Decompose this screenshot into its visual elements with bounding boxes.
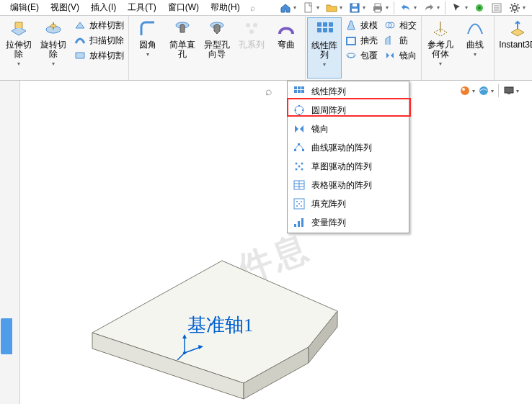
settings-gear-icon[interactable] (506, 1, 528, 15)
svg-point-42 (183, 351, 186, 354)
svg-rect-72 (294, 224, 296, 227)
mirror-button[interactable]: 镜向 (382, 48, 418, 63)
flex-button[interactable]: 弯曲 (269, 17, 303, 78)
menu-help[interactable]: 帮助(H) (205, 0, 246, 15)
dropdown-linear-pattern[interactable]: 线性阵列 (288, 82, 408, 101)
rib-button[interactable]: 筋 (382, 33, 418, 48)
menu-view[interactable]: 视图(V) (45, 0, 85, 15)
svg-rect-74 (301, 218, 303, 227)
dropdown-sketch-driven-pattern[interactable]: 草图驱动的阵列 (288, 157, 408, 176)
sketch-driven-pattern-icon (293, 160, 306, 173)
ribbon-group-cut: 拉伸切除 旋转切除 放样切割 扫描切除 放样切割 (0, 16, 129, 80)
simple-hole-button[interactable]: 简单直孔 (165, 17, 200, 78)
dropdown-circular-pattern[interactable]: 圆周阵列 (288, 101, 408, 120)
open-folder-icon[interactable] (323, 1, 345, 15)
dropdown-curve-driven-pattern[interactable]: 曲线驱动的阵列 (288, 138, 408, 157)
svg-point-19 (249, 30, 254, 34)
svg-point-10 (513, 6, 517, 10)
extruded-cut-button[interactable]: 拉伸切除 (1, 17, 36, 78)
svg-point-57 (296, 163, 298, 165)
undo-icon[interactable] (397, 1, 419, 15)
dropdown-table-driven-pattern[interactable]: 表格驱动的阵列 (288, 176, 408, 194)
dropdown-variable-pattern[interactable]: 变量阵列 (288, 213, 408, 232)
hole-series-button: 孔系列 (234, 17, 269, 78)
svg-point-71 (298, 203, 300, 205)
svg-line-41 (177, 353, 185, 360)
search-icon[interactable]: ⌕ (265, 85, 272, 98)
left-tab-rail (0, 81, 20, 404)
svg-rect-5 (375, 4, 381, 6)
menu-window[interactable]: 窗口(W) (162, 0, 205, 15)
rebuild-icon[interactable] (471, 1, 487, 15)
document-options-icon[interactable] (489, 1, 505, 15)
svg-rect-48 (301, 90, 304, 93)
svg-rect-35 (505, 87, 513, 93)
wrap-button[interactable]: 包覆 (343, 48, 379, 63)
dropdown-mirror[interactable]: 镜向 (288, 120, 408, 138)
curve-driven-pattern-icon (293, 141, 306, 154)
instant3d-button[interactable]: Instant3D (496, 17, 532, 78)
svg-point-33 (462, 88, 465, 91)
svg-rect-2 (353, 4, 357, 6)
linear-pattern-icon (293, 85, 306, 98)
svg-rect-52 (298, 114, 300, 115)
svg-rect-46 (294, 90, 297, 93)
print-icon[interactable] (369, 1, 391, 15)
menu-edit[interactable]: 编辑(E) (4, 0, 45, 15)
svg-point-8 (478, 6, 481, 9)
svg-marker-40 (198, 345, 203, 349)
axis-triad-icon (176, 333, 205, 362)
svg-rect-56 (302, 149, 304, 151)
left-tab-handle[interactable] (1, 318, 12, 354)
shell-button[interactable]: 抽壳 (343, 33, 379, 48)
draft-button[interactable]: 拔模 (343, 18, 379, 32)
svg-rect-47 (298, 90, 301, 93)
fill-pattern-icon (293, 197, 306, 210)
dropdown-fill-pattern[interactable]: 填充阵列 (288, 194, 408, 213)
new-document-icon[interactable] (300, 1, 322, 15)
linear-pattern-dropdown: 线性阵列 圆周阵列 镜向 曲线驱动的阵列 草图驱动的阵列 表格驱动的阵列 填充阵… (287, 81, 409, 233)
viewport-3d[interactable]: ⌕ 件息 基准轴1 (20, 81, 532, 404)
svg-point-60 (301, 169, 303, 171)
scene-icon[interactable] (478, 84, 494, 98)
home-icon[interactable] (277, 1, 298, 15)
menu-search-icon[interactable]: ⌕ (250, 3, 255, 13)
intersect-button[interactable]: 相交 (382, 18, 418, 32)
viewport-toolbar (459, 84, 519, 98)
loft-cut-button[interactable]: 放样切割 (72, 18, 125, 32)
svg-point-70 (301, 205, 302, 207)
svg-rect-50 (298, 105, 300, 107)
fillet-button[interactable]: 圆角 (130, 17, 165, 78)
svg-rect-73 (298, 221, 300, 227)
svg-rect-25 (329, 28, 333, 32)
svg-point-67 (296, 201, 298, 202)
save-icon[interactable] (346, 1, 368, 15)
quick-access-toolbar (277, 1, 528, 15)
svg-rect-44 (298, 86, 301, 89)
redo-icon[interactable] (420, 1, 442, 15)
svg-rect-43 (294, 86, 297, 89)
reference-geometry-button[interactable]: 参考几何体 (423, 17, 458, 78)
table-driven-pattern-icon (293, 179, 306, 192)
revolved-cut-label: 旋转切除 (37, 40, 70, 59)
hole-wizard-button[interactable]: 异型孔向导 (200, 17, 234, 78)
linear-pattern-button[interactable]: 线性阵列 (307, 17, 342, 78)
svg-point-59 (296, 169, 298, 171)
svg-rect-0 (305, 3, 311, 12)
display-state-icon[interactable] (503, 84, 519, 98)
swept-cut-button[interactable]: 扫描切除 (72, 33, 125, 48)
menu-tools[interactable]: 工具(T) (122, 0, 161, 15)
menu-insert[interactable]: 插入(I) (85, 0, 122, 15)
revolved-cut-button[interactable]: 旋转切除 (36, 17, 71, 78)
select-icon[interactable] (448, 1, 470, 15)
svg-rect-26 (347, 37, 355, 45)
ribbon-group-pattern: 线性阵列 拔模 抽壳 包覆 相交 筋 镜向 (306, 16, 422, 80)
svg-rect-20 (317, 22, 322, 27)
curves-button[interactable]: 曲线 (458, 17, 492, 78)
svg-point-69 (296, 205, 298, 207)
appearance-icon[interactable] (459, 84, 475, 98)
svg-point-34 (479, 86, 488, 95)
boundary-cut-button[interactable]: 放样切割 (72, 48, 125, 63)
mirror-icon (293, 122, 306, 135)
svg-rect-36 (507, 93, 510, 94)
